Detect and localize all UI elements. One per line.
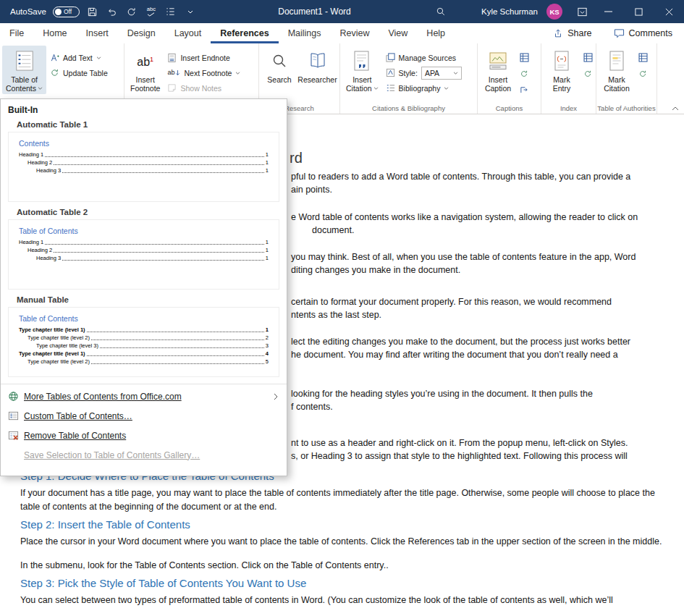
minimize-button[interactable]: [593, 0, 623, 23]
tab-home[interactable]: Home: [33, 23, 76, 43]
comments-button[interactable]: Comments: [614, 28, 672, 38]
update-table-button[interactable]: Update Table: [46, 65, 111, 80]
show-notes-icon: [167, 83, 177, 93]
toc-entry: Heading 2: [28, 159, 52, 166]
tab-insert[interactable]: Insert: [77, 23, 118, 43]
avatar[interactable]: KS: [546, 4, 562, 20]
maximize-button[interactable]: [623, 0, 654, 23]
paragraph-fragment: he document. You may find after writing …: [291, 350, 618, 360]
save-icon[interactable]: [86, 4, 99, 20]
tab-design[interactable]: Design: [118, 23, 165, 43]
toc-gallery-item-automatic-table-1[interactable]: Automatic Table 1 Contents Heading 11 He…: [1, 117, 287, 204]
autosave-label: AutoSave: [10, 7, 46, 16]
tab-review[interactable]: Review: [330, 23, 379, 43]
insert-citation-icon: [353, 48, 371, 73]
ribbon-group-citations: Insert Citation Manage Sources Style: AP…: [340, 43, 478, 114]
update-figures-table-button[interactable]: [516, 67, 532, 80]
submenu-arrow-icon: [274, 393, 278, 400]
step2-paragraph-2: In the submenu, look for the Table of Co…: [20, 559, 671, 573]
bibliography-button[interactable]: Bibliography: [382, 80, 465, 96]
titlebar-search-icon[interactable]: [436, 7, 446, 17]
insert-table-of-authorities-button[interactable]: [635, 51, 651, 64]
toc-gallery-item-automatic-table-2[interactable]: Automatic Table 2 Table of Contents Head…: [1, 204, 287, 292]
show-notes-label: Show Notes: [180, 84, 221, 93]
redo-icon[interactable]: [125, 4, 138, 20]
tab-file[interactable]: File: [0, 23, 33, 43]
numbering-icon[interactable]: [164, 4, 177, 20]
ribbon-display-options-icon[interactable]: [575, 4, 588, 20]
remove-toc-icon: [7, 430, 19, 441]
mark-citation-label-line2: Citation: [604, 84, 630, 93]
toc-gallery-item-manual-table[interactable]: Manual Table Table of Contents Type chap…: [1, 292, 287, 379]
insert-endnote-label: Insert Endnote: [180, 54, 229, 62]
insert-endnote-icon: [167, 53, 177, 63]
tab-view[interactable]: View: [379, 23, 417, 43]
share-button[interactable]: Share: [553, 28, 591, 38]
insert-caption-label-line2: Caption: [485, 84, 511, 93]
insert-table-of-figures-button[interactable]: [516, 51, 532, 64]
menu-item-remove-table-of-contents[interactable]: Remove Table of Contents: [1, 426, 287, 445]
tab-references[interactable]: References: [211, 23, 278, 43]
table-of-contents-button[interactable]: Table of Contents: [2, 46, 46, 94]
insert-endnote-button[interactable]: Insert Endnote: [164, 50, 244, 65]
user-name[interactable]: Kyle Schurman: [481, 7, 538, 16]
next-footnote-button[interactable]: ab Next Footnote: [164, 65, 244, 80]
toc-page-number: 1: [266, 159, 269, 166]
group-label-index: Index: [541, 104, 596, 112]
menu-item-more-tables-from-office[interactable]: More Tables of Contents from Office.com: [1, 387, 287, 406]
insert-table-of-authorities-icon: [638, 53, 648, 62]
bibliography-icon: [386, 83, 395, 93]
insert-caption-button[interactable]: Insert Caption: [480, 46, 516, 94]
tab-help[interactable]: Help: [417, 23, 455, 43]
toc-preview-title: Table of Contents: [19, 314, 269, 323]
tab-mailings[interactable]: Mailings: [279, 23, 331, 43]
document-body: Step 1: Decide Where to Place the Table …: [20, 469, 671, 607]
update-authorities-table-button[interactable]: [635, 67, 651, 80]
tab-layout[interactable]: Layout: [165, 23, 211, 43]
autosave-toggle[interactable]: Off: [53, 7, 80, 17]
gallery-item-label: Automatic Table 2: [17, 208, 279, 216]
add-text-button[interactable]: Add Text: [46, 50, 111, 65]
update-index-button[interactable]: [580, 67, 596, 80]
mark-entry-button[interactable]: Mark Entry: [544, 46, 580, 94]
cross-reference-button[interactable]: [516, 83, 532, 96]
quick-access-toolbar-caret-icon[interactable]: [184, 4, 197, 20]
researcher-button[interactable]: Researcher: [297, 46, 337, 85]
mark-citation-button[interactable]: Mark Citation: [599, 46, 635, 94]
manage-sources-button[interactable]: Manage Sources: [382, 50, 465, 65]
researcher-label: Researcher: [297, 75, 337, 84]
share-icon: [553, 28, 563, 38]
paragraph-fragment: nt to use as a header and right-click on…: [291, 438, 628, 448]
next-footnote-label: Next Footnote: [184, 69, 232, 77]
insert-citation-button[interactable]: Insert Citation: [342, 46, 382, 94]
toc-preview: Table of Contents Type chapter title (le…: [8, 307, 279, 377]
toc-page-number: 1: [266, 151, 269, 159]
update-index-icon: [583, 69, 592, 78]
menu-item-custom-table-of-contents[interactable]: Custom Table of Contents…: [1, 406, 287, 426]
spelling-check-icon[interactable]: abc: [145, 4, 158, 20]
insert-caption-label-line1: Insert: [489, 75, 507, 84]
add-text-icon: [50, 53, 59, 62]
dropdown-caret-icon: [96, 56, 101, 59]
insert-caption-icon: [489, 48, 507, 73]
ribbon-group-index: Mark Entry Index: [541, 43, 596, 114]
toc-entry: Type chapter title (level 1): [19, 350, 85, 358]
insert-footnote-label-line2: Footnote: [130, 84, 160, 93]
style-icon: [386, 68, 395, 77]
insert-index-button[interactable]: [580, 51, 596, 64]
insert-footnote-button[interactable]: ab1 Insert Footnote: [127, 46, 164, 94]
undo-icon[interactable]: [106, 4, 119, 20]
search-icon: [271, 48, 287, 73]
collapse-ribbon-icon[interactable]: [672, 106, 679, 111]
close-button[interactable]: [654, 0, 684, 23]
toc-entry: Type chapter title (level 1): [19, 326, 85, 334]
toc-entry: Heading 3: [36, 166, 61, 174]
mark-citation-icon: [608, 48, 625, 73]
paragraph-fragment: looking for the heading styles you’re us…: [291, 389, 593, 399]
menu-item-label: More Tables of Contents from Office.com: [24, 392, 182, 402]
search-button[interactable]: Search: [261, 46, 297, 85]
manage-sources-icon: [386, 53, 395, 62]
mark-entry-icon: [553, 48, 570, 73]
step1-paragraph: If your document has a title page, you m…: [20, 486, 671, 513]
citation-style-select[interactable]: APA: [421, 67, 462, 80]
